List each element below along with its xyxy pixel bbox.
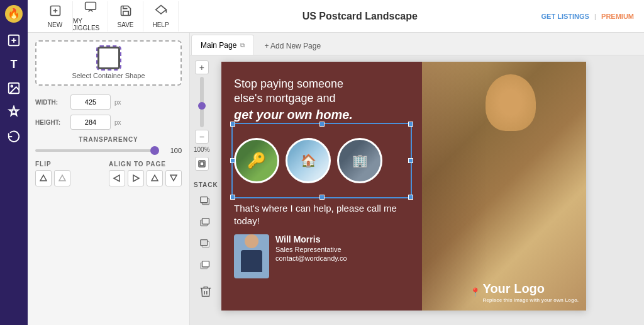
zoom-slider-thumb [198, 102, 206, 110]
main-area: Select Container Shape WIDTH: px HEIGHT:… [28, 33, 644, 325]
main-page-tab[interactable]: Main Page ⧉ [191, 35, 254, 55]
toolbar-links: GET LISTINGS | PREMIUM [541, 13, 634, 20]
agent-title: Sales Representative [275, 246, 347, 253]
svg-marker-14 [114, 175, 119, 181]
flip-label: FLIP [35, 161, 96, 168]
new-label: NEW [48, 21, 62, 28]
save-icon [119, 4, 132, 20]
logo-text: Your Logo [483, 282, 545, 295]
postcard-left: Stop paying someone else's mortgage and … [221, 62, 422, 311]
svg-rect-11 [85, 3, 96, 10]
canvas-scroll[interactable]: + − 100% STACK [190, 55, 644, 325]
svg-marker-12 [40, 175, 47, 181]
postcard-circles: 🔑 🏠 🏢 [234, 138, 409, 183]
agent-photo [234, 234, 269, 278]
height-input[interactable] [70, 115, 111, 130]
svg-rect-27 [203, 261, 209, 267]
stack-controls: STACK [194, 181, 218, 300]
my-jiggles-button[interactable]: MY JIGGLES [73, 1, 108, 31]
document-title: US Postcard Landscape [179, 11, 541, 22]
postcard-headline-em: get your own home. [234, 108, 353, 122]
svg-text:🔥: 🔥 [8, 8, 20, 20]
svg-rect-19 [200, 162, 204, 166]
zoom-slider[interactable] [200, 77, 204, 127]
flip-h-button[interactable] [54, 170, 70, 186]
flip-col: FLIP [35, 161, 96, 186]
undo-tool-btn[interactable] [3, 125, 25, 147]
new-tool-btn[interactable] [3, 29, 25, 52]
stack-forward-button[interactable] [197, 214, 214, 231]
save-button[interactable]: SAVE [108, 1, 143, 31]
align-bottom-button[interactable] [165, 170, 182, 186]
align-left-button[interactable] [109, 170, 125, 186]
zoom-out-button[interactable]: − [195, 130, 209, 144]
svg-rect-21 [201, 197, 208, 203]
container-shape-button[interactable]: Select Container Shape [35, 40, 182, 86]
logo-pin-icon: 📍 [470, 287, 480, 297]
postcard-logo: 📍 Your Logo Replace this image with your… [470, 282, 579, 303]
zoom-percent: 100% [194, 146, 210, 153]
width-unit: px [114, 99, 121, 106]
container-shape-label: Select Container Shape [72, 72, 145, 79]
agent-name: Will Morris [275, 234, 347, 244]
text-icon: T [11, 58, 18, 71]
align-col: ALIGN TO PAGE [109, 161, 182, 186]
stack-back-button[interactable] [197, 256, 214, 274]
flip-align-row: FLIP ALIGN TO PAGE [35, 161, 182, 186]
transparency-value: 100 [164, 147, 182, 154]
transparency-row: 100 [35, 147, 182, 154]
stack-backward-button[interactable] [197, 235, 214, 253]
delete-button[interactable] [197, 283, 214, 300]
postcard-circles-container: 🔑 🏠 🏢 [234, 128, 409, 193]
design-canvas[interactable]: Stop paying someone else's mortgage and … [221, 62, 586, 311]
postcard-agent: Will Morris Sales Representative contact… [234, 234, 409, 278]
transparency-slider[interactable] [35, 149, 159, 152]
handle-bl[interactable] [230, 195, 235, 200]
text-tool-btn[interactable]: T [3, 53, 25, 76]
agent-head [245, 234, 258, 248]
svg-rect-25 [201, 240, 208, 246]
align-right-button[interactable] [128, 170, 144, 186]
handle-br[interactable] [408, 195, 413, 200]
jiggles-icon [84, 1, 97, 16]
premium-link[interactable]: PREMIUM [601, 13, 634, 20]
help-label: HELP [152, 21, 169, 28]
width-input[interactable] [70, 94, 111, 110]
align-label: ALIGN TO PAGE [109, 161, 182, 168]
svg-marker-16 [152, 175, 158, 181]
add-new-page-button[interactable]: + Add New Page [258, 37, 327, 55]
help-icon [155, 4, 167, 20]
agent-email: contact@wordcandy.co [275, 254, 347, 262]
agent-info: Will Morris Sales Representative contact… [275, 234, 347, 262]
props-panel: Select Container Shape WIDTH: px HEIGHT:… [28, 33, 190, 325]
height-unit: px [114, 119, 121, 126]
app-logo[interactable]: 🔥 [3, 3, 25, 25]
svg-marker-13 [59, 175, 65, 181]
postcard: Stop paying someone else's mortgage and … [221, 62, 586, 311]
svg-point-6 [11, 85, 13, 87]
flip-icons [35, 170, 96, 186]
circle-building: 🏢 [337, 138, 382, 183]
zoom-controls: + − 100% [194, 60, 210, 171]
shapes-tool-btn[interactable] [3, 101, 25, 123]
height-row: HEIGHT: px [35, 115, 182, 130]
left-sidebar: 🔥 T [0, 0, 28, 325]
circle-key: 🔑 [234, 138, 279, 183]
help-button[interactable]: HELP [143, 1, 179, 31]
flip-v-button[interactable] [35, 170, 52, 186]
save-label: SAVE [118, 21, 134, 28]
zoom-fit-button[interactable] [195, 157, 209, 171]
height-label: HEIGHT: [35, 119, 67, 126]
new-button[interactable]: NEW [38, 1, 73, 31]
zoom-in-button[interactable]: + [195, 60, 209, 74]
handle-bm[interactable] [319, 195, 325, 200]
copy-page-icon[interactable]: ⧉ [240, 42, 245, 49]
align-top-button[interactable] [147, 170, 163, 186]
align-icons [109, 170, 182, 186]
transparency-thumb[interactable] [150, 146, 159, 155]
get-listings-link[interactable]: GET LISTINGS [541, 13, 589, 20]
image-tool-btn[interactable] [3, 77, 25, 100]
svg-marker-15 [133, 175, 139, 181]
main-page-tab-label: Main Page [201, 41, 236, 50]
stack-front-button[interactable] [197, 192, 214, 210]
